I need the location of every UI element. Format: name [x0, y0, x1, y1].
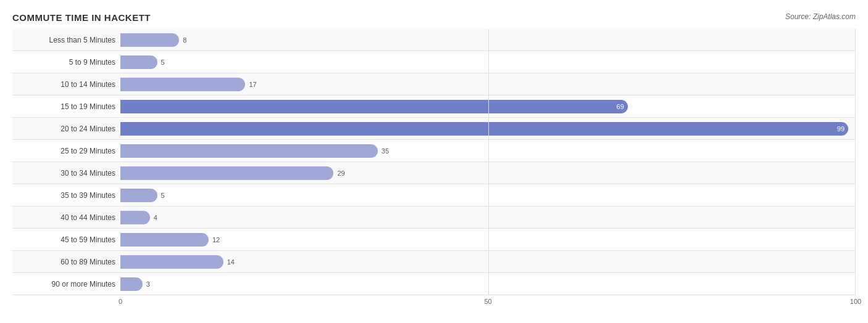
- bar-row: 90 or more Minutes3: [12, 273, 856, 295]
- bar-label: 45 to 59 Minutes: [12, 235, 120, 244]
- bar-container: 4: [120, 206, 856, 228]
- source-label: Source: ZipAtlas.com: [785, 12, 856, 21]
- bar-row: 40 to 44 Minutes4: [12, 206, 856, 229]
- bar-label: 35 to 39 Minutes: [12, 191, 120, 200]
- bar-row: 15 to 19 Minutes69: [12, 96, 856, 118]
- bar-fill: 29: [120, 166, 333, 180]
- bar-value: 12: [212, 236, 220, 243]
- bar-row: 45 to 59 Minutes12: [12, 229, 856, 251]
- bar-container: 17: [120, 73, 856, 95]
- bar-container: 5: [120, 184, 856, 206]
- bar-fill: 5: [120, 189, 157, 202]
- bar-container: 99: [120, 118, 856, 139]
- bar-fill: 69: [120, 100, 628, 113]
- bar-fill: 35: [120, 144, 378, 158]
- bar-value: 4: [154, 214, 157, 221]
- bar-label: 10 to 14 Minutes: [12, 80, 120, 89]
- x-tick: 50: [484, 298, 491, 305]
- x-tick: 100: [850, 298, 861, 305]
- bar-row: 10 to 14 Minutes17: [12, 73, 856, 96]
- bar-label: 90 or more Minutes: [12, 280, 120, 288]
- bar-container: 35: [120, 140, 856, 162]
- bar-label: Less than 5 Minutes: [12, 36, 120, 44]
- chart-area: Less than 5 Minutes85 to 9 Minutes510 to…: [12, 29, 856, 295]
- bar-container: 8: [120, 29, 856, 51]
- bar-row: 5 to 9 Minutes5: [12, 51, 856, 73]
- bar-fill: 17: [120, 78, 245, 91]
- x-axis: 050100: [120, 298, 856, 310]
- bar-label: 25 to 29 Minutes: [12, 147, 120, 155]
- bar-value: 3: [146, 280, 150, 288]
- bar-container: 3: [120, 273, 856, 295]
- bar-row: 25 to 29 Minutes35: [12, 140, 856, 162]
- bar-fill: 3: [120, 277, 143, 291]
- bar-label: 40 to 44 Minutes: [12, 213, 120, 222]
- bar-row: 60 to 89 Minutes14: [12, 251, 856, 273]
- bar-row: Less than 5 Minutes8: [12, 29, 856, 51]
- bar-container: 29: [120, 162, 856, 184]
- chart-title: COMMUTE TIME IN HACKETT: [12, 12, 151, 23]
- bar-value: 8: [183, 36, 186, 44]
- chart-header: COMMUTE TIME IN HACKETT Source: ZipAtlas…: [12, 12, 856, 23]
- bar-value: 5: [161, 192, 165, 199]
- bar-value: 69: [617, 103, 628, 110]
- bar-value: 17: [249, 81, 256, 88]
- bar-value: 14: [227, 258, 235, 266]
- bar-container: 69: [120, 96, 856, 117]
- bar-fill: 12: [120, 233, 209, 247]
- bar-row: 35 to 39 Minutes5: [12, 184, 856, 206]
- bar-label: 30 to 34 Minutes: [12, 169, 120, 178]
- bar-label: 5 to 9 Minutes: [12, 58, 120, 67]
- bar-value: 99: [837, 125, 848, 133]
- bar-value: 35: [382, 147, 389, 155]
- bar-row: 20 to 24 Minutes99: [12, 118, 856, 140]
- bar-container: 5: [120, 51, 856, 73]
- bar-fill: 4: [120, 211, 150, 224]
- bar-fill: 8: [120, 33, 179, 47]
- bar-label: 20 to 24 Minutes: [12, 125, 120, 133]
- bar-container: 14: [120, 251, 856, 272]
- bar-value: 29: [337, 170, 344, 177]
- bar-label: 15 to 19 Minutes: [12, 102, 120, 111]
- bar-container: 12: [120, 229, 856, 250]
- bar-fill: 5: [120, 55, 157, 69]
- bar-label: 60 to 89 Minutes: [12, 258, 120, 266]
- bar-fill: 99: [120, 122, 848, 136]
- bar-row: 30 to 34 Minutes29: [12, 162, 856, 184]
- bar-value: 5: [161, 59, 165, 66]
- bar-fill: 14: [120, 255, 223, 269]
- x-tick: 0: [119, 298, 122, 305]
